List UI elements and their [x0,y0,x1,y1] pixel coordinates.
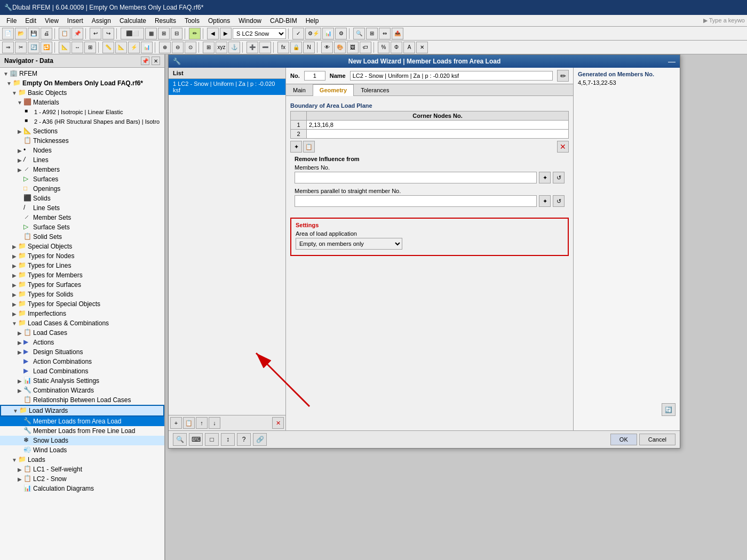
tb2-5[interactable]: 📐 [59,42,70,53]
tree-member-loads-free[interactable]: 🔧 Member Loads from Free Line Load [0,426,164,436]
cancel-button[interactable]: Cancel [639,434,676,445]
tb2-view[interactable]: 👁 [321,42,333,53]
tree-members[interactable]: ▶ ⟋ Members [0,165,164,174]
tb2-4[interactable]: 🔁 [41,42,52,53]
tree-line-sets[interactable]: / Line Sets [0,203,164,213]
tree-types-special[interactable]: ▶ 📁 Types for Special Objects [0,299,164,309]
list-add-btn[interactable]: + [170,417,182,429]
no-input[interactable] [304,71,325,81]
members-select-btn[interactable]: ✦ [539,172,551,183]
toolbar-render[interactable]: ⬛⬜ [121,28,144,39]
name-edit-btn[interactable]: ✏ [557,70,569,82]
tb2-14[interactable]: ⊙ [185,42,196,53]
parallel-select-btn[interactable]: ✦ [539,195,551,207]
toolbar-check[interactable]: ✓ [292,28,304,39]
area-dropdown[interactable]: All members Empty, on members only Custo… [296,238,402,250]
table-select-btn[interactable]: ✦ [290,141,302,153]
tb2-color[interactable]: 🎨 [334,42,346,53]
menu-edit[interactable]: Edit [21,16,41,26]
tree-solid-sets[interactable]: 📋 Solid Sets [0,232,164,242]
toolbar-view3[interactable]: ⊟ [171,28,182,39]
tree-root[interactable]: ▼ 🏢 RFEM [0,69,164,78]
footer-help-btn[interactable]: ? [237,433,251,446]
nav-close[interactable]: ✕ [152,57,160,65]
tree-load-wizards[interactable]: ▼ 📁 Load Wizards [0,405,164,417]
tree-nodes[interactable]: ▶ • Nodes [0,146,164,155]
tree-snow-loads[interactable]: ❄ Snow Loads [0,436,164,445]
menu-options[interactable]: Options [204,16,234,26]
tb2-13[interactable]: ⊖ [172,42,184,53]
dialog-close-btn[interactable]: — [668,57,676,66]
name-input[interactable] [350,71,553,81]
tree-mat1[interactable]: ■ 1 - A992 | Isotropic | Linear Elastic [0,107,164,117]
parallel-input[interactable] [295,195,537,207]
tree-load-comb[interactable]: ▶ Load Combinations [0,366,164,376]
tree-mat2[interactable]: ■ 2 - A36 (HR Structural Shapes and Bars… [0,117,164,126]
toolbar-copy[interactable]: 📋 [59,28,70,39]
toolbar-view2[interactable]: ⊞ [158,28,170,39]
tree-comb-wizards[interactable]: ▶ 🔧 Combination Wizards [0,386,164,395]
toolbar-edit[interactable]: ✏ [189,28,201,39]
footer-view-btn[interactable]: □ [205,433,219,446]
menu-help[interactable]: Help [301,16,323,26]
table-delete-row-btn[interactable]: ✕ [557,141,569,153]
toolbar-undo[interactable]: ↩ [90,28,101,39]
tree-project[interactable]: ▼ 📁 Empty On Members Only Load FAQ.rf6* [0,78,164,88]
toolbar-print[interactable]: 🖨 [41,28,52,39]
tree-load-cases-comb[interactable]: ▼ 📁 Load Cases & Combinations [0,318,164,328]
menu-cad-bim[interactable]: CAD-BIM [266,16,301,26]
tb2-add[interactable]: ➕ [247,42,258,53]
tb2-x[interactable]: ✕ [416,42,428,53]
tree-surfaces[interactable]: ▷ Surfaces [0,174,164,184]
tb2-12[interactable]: ⊕ [159,42,171,53]
tb2-phi[interactable]: Φ [391,42,402,53]
tb2-2[interactable]: ✂ [15,42,27,53]
footer-search-btn[interactable]: 🔍 [173,433,187,446]
toolbar-export[interactable]: 📤 [392,28,403,39]
list-move-up-btn[interactable]: ↑ [196,417,208,429]
list-move-down-btn[interactable]: ↓ [209,417,220,429]
tab-tolerances[interactable]: Tolerances [354,84,396,95]
tree-static-analysis[interactable]: ▶ 📊 Static Analysis Settings [0,376,164,386]
tb2-lock[interactable]: 🔒 [290,42,302,53]
tree-lines[interactable]: ▶ / Lines [0,155,164,165]
tb2-11[interactable]: 📊 [141,42,153,53]
load-case-selector[interactable]: S LC2 Snow [233,28,286,39]
tree-loads[interactable]: ▼ 📁 Loads [0,455,164,465]
tree-member-sets[interactable]: ⟋ Member Sets [0,213,164,222]
tb2-9[interactable]: 📐 [115,42,127,53]
menu-view[interactable]: View [41,16,63,26]
tb2-n[interactable]: N [303,42,315,53]
generated-refresh-btn[interactable]: 🔄 [662,403,676,416]
tree-action-comb[interactable]: ▶ Action Combinations [0,357,164,366]
tree-types-nodes[interactable]: ▶ 📁 Types for Nodes [0,251,164,261]
tree-sections[interactable]: ▶ 📐 Sections [0,126,164,136]
tb2-snap[interactable]: ⚓ [228,42,240,53]
menu-insert[interactable]: Insert [63,16,88,26]
tb2-7[interactable]: ⊞ [84,42,96,53]
members-input[interactable] [295,172,537,183]
footer-keyboard-btn[interactable]: ⌨ [189,433,203,446]
toolbar-open[interactable]: 📂 [15,28,27,39]
menu-results[interactable]: Results [150,16,180,26]
tree-relationship-lc[interactable]: 📋 Relationship Between Load Cases [0,395,164,405]
toolbar-new[interactable]: 📄 [2,28,14,39]
tb2-8[interactable]: 📏 [102,42,114,53]
tree-types-surfaces[interactable]: ▶ 📁 Types for Surfaces [0,280,164,290]
footer-resize-btn[interactable]: ↕ [221,433,235,446]
tree-openings[interactable]: □ Openings [0,184,164,194]
tree-member-loads-area[interactable]: 🔧 Member Loads from Area Load [0,417,164,426]
tb2-10[interactable]: ⚡ [128,42,140,53]
tree-surface-sets[interactable]: ▷ Surface Sets [0,222,164,232]
toolbar-zoom[interactable]: 🔍 [353,28,365,39]
toolbar-modal[interactable]: 📊 [322,28,334,39]
tree-design-sit[interactable]: ▶ ▶ Design Situations [0,347,164,357]
row-val-2[interactable] [307,130,569,139]
tree-imperfections[interactable]: ▶ 📁 Imperfections [0,309,164,318]
menu-file[interactable]: File [2,16,21,26]
tb2-axis[interactable]: xyz [216,42,227,53]
toolbar-setting[interactable]: ⚙ [335,28,347,39]
tree-lc2[interactable]: ▶ 📋 LC2 - Snow [0,474,164,484]
table-copy-btn[interactable]: 📋 [303,141,315,153]
menu-assign[interactable]: Assign [88,16,115,26]
